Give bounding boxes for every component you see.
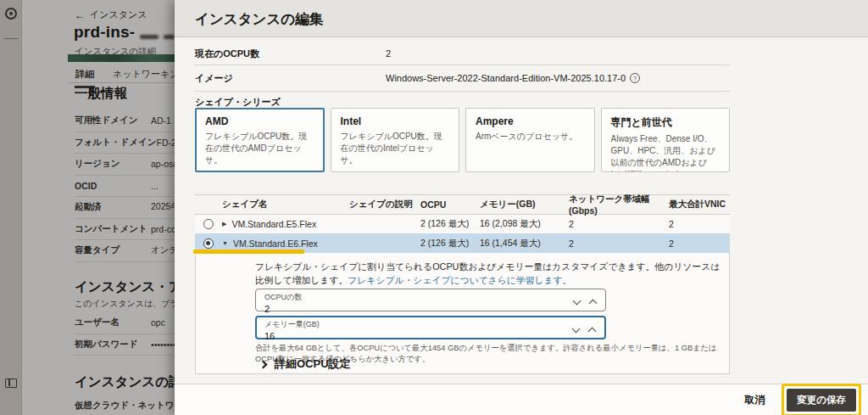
annotation-underline xyxy=(193,250,304,254)
drawer-title: インスタンスの編集 xyxy=(195,10,323,29)
memory-amount-stepper[interactable]: メモリー量(GB) 16 xyxy=(255,316,606,339)
shape-card-amd[interactable]: AMD フレキシブルOCPU数。現在の世代のAMDプロセッサ。 xyxy=(195,108,325,172)
advanced-ocpu-expander[interactable]: 詳細OCPU設定 xyxy=(260,356,351,372)
edit-instance-drawer: インスタンスの編集 現在のOCPU数 2 イメージ Windows-Server… xyxy=(175,0,868,415)
shape-card-intel[interactable]: Intel フレキシブルOCPU数。現在の世代のIntelプロセッサ。 xyxy=(331,108,460,172)
image-row: イメージ Windows-Server-2022-Standard-Editio… xyxy=(195,65,730,92)
flexible-shape-description: フレキシブル・シェイプに割り当てられるOCPU数およびメモリー量はカスタマイズで… xyxy=(255,260,721,287)
shape-card-specialty[interactable]: 専門と前世代 Always Free、Dense I/O、GPU、HPC、汎用、… xyxy=(601,108,731,172)
chevron-right-icon xyxy=(259,360,268,368)
radio-unselected[interactable] xyxy=(203,219,214,229)
shape-table: シェイプ名 シェイプの説明 OCPU メモリー(GB) ネットワーク帯域幅(Gb… xyxy=(195,194,730,253)
drawer-footer: 取消 変更の保存 xyxy=(175,384,868,415)
drawer-header: インスタンスの編集 xyxy=(175,0,868,37)
annotation-highlight-box: 変更の保存 xyxy=(782,384,861,415)
learn-more-link[interactable]: フレキシブル・シェイプについてさらに学習します。 xyxy=(348,275,571,285)
table-row-e5-flex[interactable]: ▶VM.Standard.E5.Flex 2 (126 最大) 16 (2,09… xyxy=(195,215,730,233)
current-ocpu-value: 2 xyxy=(386,48,391,59)
shape-table-header: シェイプ名 シェイプの説明 OCPU メモリー(GB) ネットワーク帯域幅(Gb… xyxy=(195,194,730,215)
screen: ← インスタンス prd-ins- 実行中 インスタンスの詳細 詳細 ネットワー… xyxy=(0,0,868,415)
caret-right-icon[interactable]: ▶ xyxy=(222,221,226,227)
save-changes-button[interactable]: 変更の保存 xyxy=(787,389,856,412)
cancel-button[interactable]: 取消 xyxy=(744,393,765,407)
current-ocpu-row: 現在のOCPU数 2 xyxy=(195,42,730,65)
image-value: Windows-Server-2022-Standard-Edition-VM-… xyxy=(386,73,626,83)
caret-down-icon[interactable]: ▼ xyxy=(222,240,228,246)
shape-series-cards: AMD フレキシブルOCPU数。現在の世代のAMDプロセッサ。 Intel フレ… xyxy=(195,108,730,172)
flexible-shape-panel: フレキシブル・シェイプに割り当てられるOCPU数およびメモリー量はカスタマイズで… xyxy=(195,253,730,374)
radio-selected[interactable] xyxy=(203,238,214,249)
shape-card-ampere[interactable]: Ampere Armベースのプロセッサ。 xyxy=(465,108,595,172)
help-icon[interactable]: ? xyxy=(630,73,640,83)
modal-overlay xyxy=(0,0,175,415)
shape-series-label: シェイプ・シリーズ xyxy=(195,96,281,109)
ocpu-count-stepper[interactable]: OCPUの数 2 xyxy=(255,289,606,311)
